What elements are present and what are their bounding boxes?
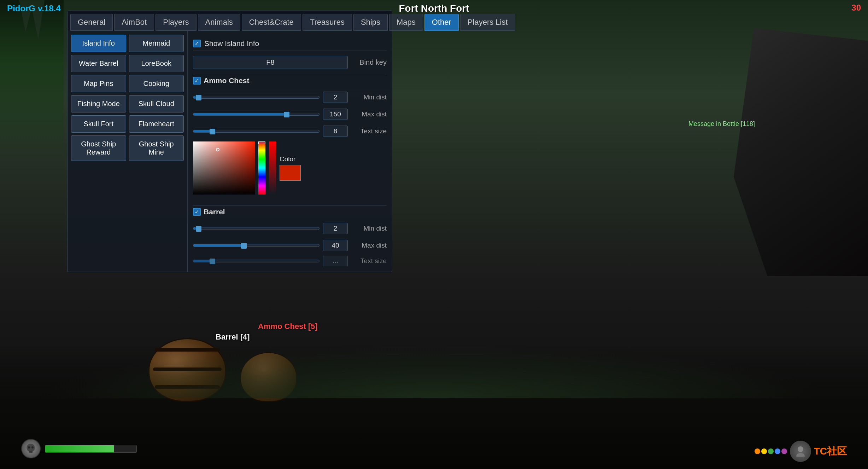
svg-point-7	[28, 446, 30, 448]
ammo-chest-text-size-row: 8 Text size	[193, 125, 387, 138]
ammo-chest-max-dist-row: 150 Max dist	[193, 108, 387, 121]
ammo-chest-max-dist-track[interactable]	[193, 113, 319, 116]
ammo-chest-text-size-track[interactable]	[193, 130, 319, 133]
barrel-max-dist-label: Max dist	[351, 242, 387, 249]
tab-animals[interactable]: Animals	[198, 14, 240, 31]
game-title: Fort North Fort	[399, 3, 469, 14]
ammo-chest-min-dist-value[interactable]: 2	[323, 92, 348, 103]
main-panel: General AimBot Players Animals Chest&Cra…	[67, 11, 392, 272]
sidebar-btn-skull-cloud[interactable]: Skull Cloud	[129, 95, 184, 112]
tc-text: TC社区	[814, 445, 847, 458]
bind-key-row: F8 Bind key	[193, 54, 387, 70]
barrel-max-dist-track[interactable]	[193, 244, 319, 247]
barrel-max-dist-value[interactable]: 40	[323, 240, 348, 251]
corner-number: 30	[851, 3, 861, 13]
tab-chest-crate[interactable]: Chest&Crate	[242, 14, 301, 31]
tab-players[interactable]: Players	[156, 14, 196, 31]
tc-dots-section	[755, 448, 787, 454]
sidebar-btn-water-barrel[interactable]: Water Barrel	[71, 55, 126, 72]
barrel-min-dist-label: Min dist	[351, 225, 387, 232]
tab-ships[interactable]: Ships	[353, 14, 388, 31]
svg-point-6	[27, 444, 35, 452]
barrel-max-dist-row: 40 Max dist	[193, 239, 387, 252]
ammo-chest-text-size-value[interactable]: 8	[323, 126, 348, 137]
tab-players-list[interactable]: Players List	[460, 14, 515, 31]
ammo-chest-max-dist-thumb[interactable]	[284, 112, 289, 117]
ammo-chest-header: ✓ Ammo Chest	[193, 74, 387, 87]
sidebar-btn-island-info[interactable]: Island Info	[71, 35, 126, 52]
barrel-min-dist-value[interactable]: 2	[323, 223, 348, 234]
show-island-info-label: Show Island Info	[204, 39, 259, 48]
version-label: PidorG v.18.4	[7, 4, 61, 13]
sidebar-row-3: Map Pins Cooking	[71, 75, 184, 92]
svg-point-11	[798, 446, 803, 452]
show-island-info-checkbox[interactable]: ✓	[193, 40, 201, 47]
tc-watermark: TC社区	[755, 441, 847, 462]
ammo-chest-text-size-label: Text size	[351, 127, 387, 135]
sidebar-btn-lorebook[interactable]: LoreBook	[129, 55, 184, 72]
color-gradient-picker[interactable]	[193, 141, 255, 195]
tc-dot-2	[761, 448, 767, 454]
sidebar-btn-fishing-mode[interactable]: Fishing Mode	[71, 95, 126, 112]
sidebar-btn-skull-fort[interactable]: Skull Fort	[71, 115, 126, 133]
sidebar-btn-flameheart[interactable]: Flameheart	[129, 115, 184, 133]
color-spectrum-bar[interactable]	[258, 141, 265, 195]
right-content: ✓ Show Island Info F8 Bind key ✓ Ammo Ch…	[188, 31, 392, 272]
barrel-text-size-track[interactable]	[193, 260, 319, 262]
bind-key-input[interactable]: F8	[193, 56, 348, 69]
color-preview-section: Color	[280, 155, 301, 181]
sidebar-row-1: Island Info Mermaid	[71, 35, 184, 52]
color-preview-swatch[interactable]	[280, 165, 301, 181]
ammo-chest-max-dist-label: Max dist	[351, 110, 387, 118]
message-bottle-label: Message in Bottle [118]	[688, 120, 755, 128]
skull-icon	[21, 439, 41, 458]
health-area	[21, 439, 137, 458]
svg-rect-10	[31, 451, 33, 453]
ammo-chest-text-size-thumb[interactable]	[210, 129, 215, 134]
barrel-min-dist-thumb[interactable]	[196, 226, 201, 232]
panel-body: Island Info Mermaid Water Barrel LoreBoo…	[68, 31, 392, 272]
sidebar-btn-mermaid[interactable]: Mermaid	[129, 35, 184, 52]
barrel-text-size-thumb[interactable]	[210, 259, 215, 264]
ammo-chest-title: Ammo Chest	[204, 76, 250, 85]
tab-treasures[interactable]: Treasures	[303, 14, 352, 31]
world-label-ammo-chest: Ammo Chest [5]	[258, 322, 318, 331]
ammo-chest-max-dist-value[interactable]: 150	[323, 109, 348, 120]
tab-other[interactable]: Other	[424, 14, 459, 31]
tc-dot-3	[768, 448, 774, 454]
tab-aimbot[interactable]: AimBot	[114, 14, 154, 31]
tc-dot-1	[755, 448, 760, 454]
sidebar-row-5: Skull Fort Flameheart	[71, 115, 184, 133]
ammo-chest-checkbox[interactable]: ✓	[193, 77, 201, 85]
sidebar-row-4: Fishing Mode Skull Cloud	[71, 95, 184, 112]
barrel-text-size-label: Text size	[351, 257, 387, 265]
svg-rect-9	[29, 451, 31, 453]
sidebar-btn-cooking[interactable]: Cooking	[129, 75, 184, 92]
ammo-chest-max-dist-fill	[193, 113, 288, 115]
barrel-min-dist-track[interactable]	[193, 227, 319, 230]
world-label-barrel: Barrel [4]	[216, 332, 250, 342]
color-cursor	[216, 148, 219, 151]
tc-avatar	[790, 441, 811, 462]
tc-dot-4	[775, 448, 780, 454]
tab-bar: General AimBot Players Animals Chest&Cra…	[68, 11, 392, 31]
svg-point-8	[31, 446, 34, 448]
barrel-min-dist-row: 2 Min dist	[193, 222, 387, 235]
show-island-info-row: ✓ Show Island Info	[193, 36, 387, 51]
sidebar-row-2: Water Barrel LoreBook	[71, 55, 184, 72]
barrel-header: ✓ Barrel	[193, 205, 387, 218]
barrel-text-size-value[interactable]: ...	[323, 256, 348, 266]
tab-maps[interactable]: Maps	[389, 14, 423, 31]
barrel-checkbox[interactable]: ✓	[193, 208, 201, 216]
ammo-chest-min-dist-track[interactable]	[193, 96, 319, 99]
sidebar-btn-ghost-ship-mine[interactable]: Ghost Ship Mine	[129, 135, 184, 161]
sidebar-btn-ghost-ship-reward[interactable]: Ghost Ship Reward	[71, 135, 126, 161]
tab-general[interactable]: General	[70, 14, 113, 31]
ammo-chest-min-dist-thumb[interactable]	[196, 95, 201, 100]
sidebar-btn-map-pins[interactable]: Map Pins	[71, 75, 126, 92]
barrel-max-dist-fill	[193, 244, 244, 247]
health-fill	[45, 445, 114, 452]
color-alpha-bar[interactable]	[269, 141, 276, 195]
color-picker-row: Color	[193, 141, 387, 195]
barrel-max-dist-thumb[interactable]	[241, 243, 247, 249]
